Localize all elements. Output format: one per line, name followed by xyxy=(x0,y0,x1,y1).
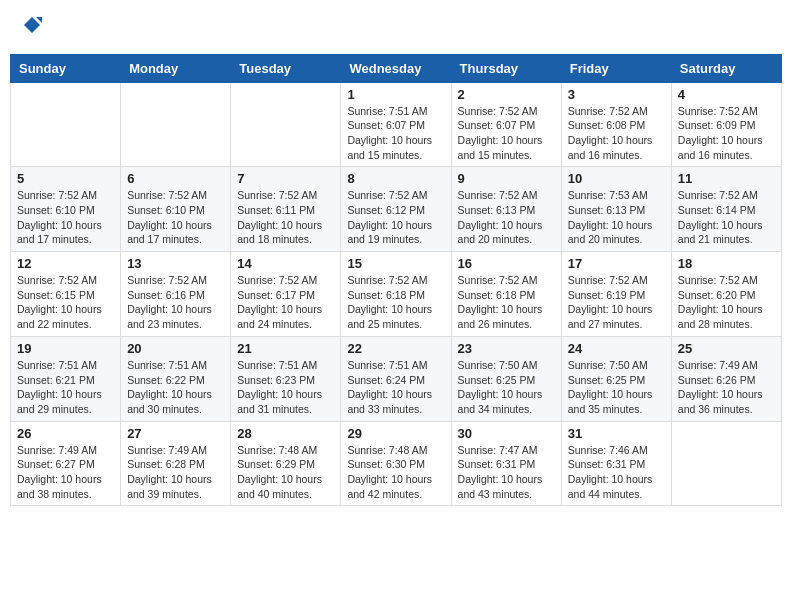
calendar-cell: 18Sunrise: 7:52 AM Sunset: 6:20 PM Dayli… xyxy=(671,252,781,337)
calendar-cell: 19Sunrise: 7:51 AM Sunset: 6:21 PM Dayli… xyxy=(11,336,121,421)
calendar-cell: 16Sunrise: 7:52 AM Sunset: 6:18 PM Dayli… xyxy=(451,252,561,337)
calendar-cell: 20Sunrise: 7:51 AM Sunset: 6:22 PM Dayli… xyxy=(121,336,231,421)
calendar-cell: 1Sunrise: 7:51 AM Sunset: 6:07 PM Daylig… xyxy=(341,82,451,167)
day-info: Sunrise: 7:52 AM Sunset: 6:13 PM Dayligh… xyxy=(458,188,555,247)
calendar-header-row: SundayMondayTuesdayWednesdayThursdayFrid… xyxy=(11,54,782,82)
day-info: Sunrise: 7:52 AM Sunset: 6:08 PM Dayligh… xyxy=(568,104,665,163)
calendar-cell xyxy=(11,82,121,167)
calendar-week-row: 1Sunrise: 7:51 AM Sunset: 6:07 PM Daylig… xyxy=(11,82,782,167)
calendar-cell xyxy=(231,82,341,167)
day-number: 17 xyxy=(568,256,665,271)
calendar-cell: 23Sunrise: 7:50 AM Sunset: 6:25 PM Dayli… xyxy=(451,336,561,421)
day-number: 9 xyxy=(458,171,555,186)
calendar-cell: 6Sunrise: 7:52 AM Sunset: 6:10 PM Daylig… xyxy=(121,167,231,252)
calendar-week-row: 12Sunrise: 7:52 AM Sunset: 6:15 PM Dayli… xyxy=(11,252,782,337)
day-info: Sunrise: 7:50 AM Sunset: 6:25 PM Dayligh… xyxy=(568,358,665,417)
calendar-cell: 13Sunrise: 7:52 AM Sunset: 6:16 PM Dayli… xyxy=(121,252,231,337)
day-info: Sunrise: 7:52 AM Sunset: 6:10 PM Dayligh… xyxy=(17,188,114,247)
day-info: Sunrise: 7:50 AM Sunset: 6:25 PM Dayligh… xyxy=(458,358,555,417)
day-number: 29 xyxy=(347,426,444,441)
day-info: Sunrise: 7:52 AM Sunset: 6:12 PM Dayligh… xyxy=(347,188,444,247)
day-info: Sunrise: 7:52 AM Sunset: 6:20 PM Dayligh… xyxy=(678,273,775,332)
calendar-cell: 21Sunrise: 7:51 AM Sunset: 6:23 PM Dayli… xyxy=(231,336,341,421)
day-info: Sunrise: 7:47 AM Sunset: 6:31 PM Dayligh… xyxy=(458,443,555,502)
day-number: 10 xyxy=(568,171,665,186)
day-info: Sunrise: 7:52 AM Sunset: 6:16 PM Dayligh… xyxy=(127,273,224,332)
calendar-cell: 2Sunrise: 7:52 AM Sunset: 6:07 PM Daylig… xyxy=(451,82,561,167)
day-number: 26 xyxy=(17,426,114,441)
calendar-cell xyxy=(121,82,231,167)
day-number: 23 xyxy=(458,341,555,356)
calendar-cell: 8Sunrise: 7:52 AM Sunset: 6:12 PM Daylig… xyxy=(341,167,451,252)
calendar-cell: 9Sunrise: 7:52 AM Sunset: 6:13 PM Daylig… xyxy=(451,167,561,252)
day-info: Sunrise: 7:52 AM Sunset: 6:11 PM Dayligh… xyxy=(237,188,334,247)
calendar-cell: 5Sunrise: 7:52 AM Sunset: 6:10 PM Daylig… xyxy=(11,167,121,252)
day-number: 7 xyxy=(237,171,334,186)
weekday-header-thursday: Thursday xyxy=(451,54,561,82)
day-info: Sunrise: 7:52 AM Sunset: 6:10 PM Dayligh… xyxy=(127,188,224,247)
day-number: 25 xyxy=(678,341,775,356)
calendar-cell: 4Sunrise: 7:52 AM Sunset: 6:09 PM Daylig… xyxy=(671,82,781,167)
day-info: Sunrise: 7:49 AM Sunset: 6:27 PM Dayligh… xyxy=(17,443,114,502)
day-info: Sunrise: 7:51 AM Sunset: 6:23 PM Dayligh… xyxy=(237,358,334,417)
day-info: Sunrise: 7:52 AM Sunset: 6:15 PM Dayligh… xyxy=(17,273,114,332)
calendar-body: 1Sunrise: 7:51 AM Sunset: 6:07 PM Daylig… xyxy=(11,82,782,506)
calendar-cell: 14Sunrise: 7:52 AM Sunset: 6:17 PM Dayli… xyxy=(231,252,341,337)
day-info: Sunrise: 7:52 AM Sunset: 6:14 PM Dayligh… xyxy=(678,188,775,247)
day-number: 20 xyxy=(127,341,224,356)
day-info: Sunrise: 7:48 AM Sunset: 6:29 PM Dayligh… xyxy=(237,443,334,502)
day-number: 31 xyxy=(568,426,665,441)
day-info: Sunrise: 7:52 AM Sunset: 6:18 PM Dayligh… xyxy=(347,273,444,332)
calendar-cell: 22Sunrise: 7:51 AM Sunset: 6:24 PM Dayli… xyxy=(341,336,451,421)
calendar-cell: 27Sunrise: 7:49 AM Sunset: 6:28 PM Dayli… xyxy=(121,421,231,506)
weekday-header-tuesday: Tuesday xyxy=(231,54,341,82)
day-number: 2 xyxy=(458,87,555,102)
day-info: Sunrise: 7:52 AM Sunset: 6:09 PM Dayligh… xyxy=(678,104,775,163)
calendar-cell: 29Sunrise: 7:48 AM Sunset: 6:30 PM Dayli… xyxy=(341,421,451,506)
day-number: 5 xyxy=(17,171,114,186)
logo xyxy=(20,15,42,41)
day-number: 14 xyxy=(237,256,334,271)
weekday-header-sunday: Sunday xyxy=(11,54,121,82)
day-number: 11 xyxy=(678,171,775,186)
day-number: 8 xyxy=(347,171,444,186)
day-info: Sunrise: 7:51 AM Sunset: 6:21 PM Dayligh… xyxy=(17,358,114,417)
calendar-cell: 30Sunrise: 7:47 AM Sunset: 6:31 PM Dayli… xyxy=(451,421,561,506)
calendar-cell: 10Sunrise: 7:53 AM Sunset: 6:13 PM Dayli… xyxy=(561,167,671,252)
day-info: Sunrise: 7:51 AM Sunset: 6:07 PM Dayligh… xyxy=(347,104,444,163)
calendar-table: SundayMondayTuesdayWednesdayThursdayFrid… xyxy=(10,54,782,507)
calendar-cell: 26Sunrise: 7:49 AM Sunset: 6:27 PM Dayli… xyxy=(11,421,121,506)
calendar-cell xyxy=(671,421,781,506)
day-info: Sunrise: 7:51 AM Sunset: 6:22 PM Dayligh… xyxy=(127,358,224,417)
calendar-cell: 7Sunrise: 7:52 AM Sunset: 6:11 PM Daylig… xyxy=(231,167,341,252)
day-number: 6 xyxy=(127,171,224,186)
calendar-cell: 25Sunrise: 7:49 AM Sunset: 6:26 PM Dayli… xyxy=(671,336,781,421)
day-number: 27 xyxy=(127,426,224,441)
weekday-header-saturday: Saturday xyxy=(671,54,781,82)
calendar-cell: 12Sunrise: 7:52 AM Sunset: 6:15 PM Dayli… xyxy=(11,252,121,337)
logo-icon xyxy=(22,15,42,35)
svg-marker-0 xyxy=(24,17,40,33)
calendar-cell: 11Sunrise: 7:52 AM Sunset: 6:14 PM Dayli… xyxy=(671,167,781,252)
day-number: 12 xyxy=(17,256,114,271)
calendar-cell: 24Sunrise: 7:50 AM Sunset: 6:25 PM Dayli… xyxy=(561,336,671,421)
calendar-cell: 17Sunrise: 7:52 AM Sunset: 6:19 PM Dayli… xyxy=(561,252,671,337)
day-number: 3 xyxy=(568,87,665,102)
day-info: Sunrise: 7:46 AM Sunset: 6:31 PM Dayligh… xyxy=(568,443,665,502)
day-info: Sunrise: 7:52 AM Sunset: 6:19 PM Dayligh… xyxy=(568,273,665,332)
day-info: Sunrise: 7:52 AM Sunset: 6:17 PM Dayligh… xyxy=(237,273,334,332)
weekday-header-monday: Monday xyxy=(121,54,231,82)
day-number: 28 xyxy=(237,426,334,441)
calendar-cell: 31Sunrise: 7:46 AM Sunset: 6:31 PM Dayli… xyxy=(561,421,671,506)
calendar-week-row: 26Sunrise: 7:49 AM Sunset: 6:27 PM Dayli… xyxy=(11,421,782,506)
day-number: 18 xyxy=(678,256,775,271)
day-number: 16 xyxy=(458,256,555,271)
calendar-week-row: 19Sunrise: 7:51 AM Sunset: 6:21 PM Dayli… xyxy=(11,336,782,421)
weekday-header-wednesday: Wednesday xyxy=(341,54,451,82)
calendar-cell: 15Sunrise: 7:52 AM Sunset: 6:18 PM Dayli… xyxy=(341,252,451,337)
day-number: 13 xyxy=(127,256,224,271)
day-number: 22 xyxy=(347,341,444,356)
day-info: Sunrise: 7:48 AM Sunset: 6:30 PM Dayligh… xyxy=(347,443,444,502)
day-number: 24 xyxy=(568,341,665,356)
day-number: 30 xyxy=(458,426,555,441)
